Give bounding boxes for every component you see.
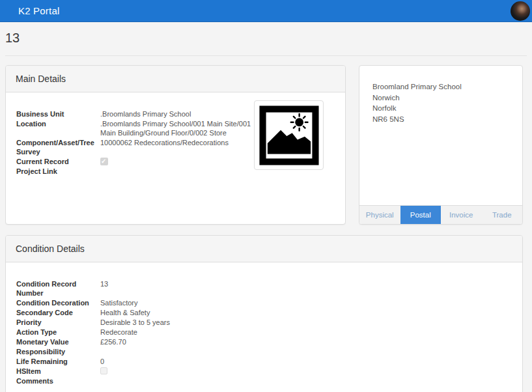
field-value: Health & Safety bbox=[100, 308, 150, 317]
user-avatar[interactable] bbox=[511, 1, 530, 21]
check-icon: ✓ bbox=[101, 157, 106, 166]
address-tabbar: Physical Postal Invoice Trade bbox=[359, 205, 522, 224]
field-label: Current Record bbox=[16, 157, 91, 166]
field-value: .Broomlands Primary School/001 Main Site… bbox=[100, 119, 253, 137]
field-label: Component/Asset/Tree Survey bbox=[16, 138, 91, 156]
navbar: K2 Portal bbox=[0, 0, 532, 22]
address-card: Broomland Primary School Norwich Norfolk… bbox=[359, 65, 523, 225]
field-label: Location bbox=[16, 119, 91, 137]
title-divider bbox=[5, 55, 527, 56]
field-label: Monetary Value bbox=[16, 337, 91, 346]
image-placeholder-icon bbox=[259, 105, 319, 165]
address-line-city: Norwich bbox=[372, 92, 509, 104]
field-row-responsibility: Responsibility bbox=[16, 347, 512, 356]
field-label: Business Unit bbox=[16, 109, 91, 119]
current-record-checkbox[interactable]: ✓ bbox=[100, 158, 108, 165]
content: Main Details Business Unit .Broomlands P… bbox=[0, 65, 532, 392]
tab-postal[interactable]: Postal bbox=[400, 206, 441, 224]
field-label: Secondary Code bbox=[16, 308, 91, 317]
field-value: £256.70 bbox=[100, 337, 126, 346]
condition-details-header: Condition Details bbox=[6, 236, 522, 262]
field-row-condition-decoration: Condition Decoration Satisfactory bbox=[16, 298, 512, 307]
main-details-body: Business Unit .Broomlands Primary School… bbox=[6, 92, 345, 225]
field-row-comments: Comments bbox=[16, 376, 512, 385]
field-label: Priority bbox=[16, 318, 91, 327]
record-image[interactable] bbox=[254, 100, 324, 170]
field-label: Condition Decoration bbox=[16, 298, 91, 307]
address-line-county: Norfolk bbox=[372, 103, 509, 114]
field-row-monetary-value: Monetary Value £256.70 bbox=[16, 337, 512, 346]
hsitem-checkbox[interactable] bbox=[100, 367, 107, 374]
field-row-condition-record-number: Condition Record Number 13 bbox=[16, 279, 512, 298]
field-value: Desirable 3 to 5 years bbox=[100, 318, 170, 327]
address-line-name: Broomland Primary School bbox=[372, 81, 509, 92]
tab-trade[interactable]: Trade bbox=[482, 206, 523, 224]
address-block: Broomland Primary School Norwich Norfolk… bbox=[359, 66, 522, 124]
tab-invoice[interactable]: Invoice bbox=[441, 206, 482, 224]
main-details-header: Main Details bbox=[6, 66, 345, 92]
field-label: Life Remaining bbox=[16, 357, 91, 366]
field-row-life-remaining: Life Remaining 0 bbox=[16, 357, 512, 366]
address-line-postcode: NR6 5NS bbox=[372, 114, 509, 125]
field-label: Condition Record Number bbox=[16, 279, 91, 298]
field-label: Action Type bbox=[16, 328, 91, 337]
field-value: Satisfactory bbox=[100, 298, 137, 307]
field-label: HSItem bbox=[16, 367, 91, 376]
field-value: 0 bbox=[100, 357, 104, 366]
field-value: Redecorate bbox=[100, 328, 137, 337]
field-value: 10000062 Redecorations/Redecorations bbox=[100, 138, 229, 156]
field-row-priority: Priority Desirable 3 to 5 years bbox=[16, 318, 512, 327]
app-title[interactable]: K2 Portal bbox=[0, 5, 60, 16]
field-value: .Broomlands Primary School bbox=[100, 109, 191, 119]
field-label: Responsibility bbox=[16, 347, 91, 356]
tab-physical[interactable]: Physical bbox=[359, 206, 400, 224]
condition-details-card: Condition Details Condition Record Numbe… bbox=[5, 235, 523, 392]
condition-details-body: Condition Record Number 13 Condition Dec… bbox=[6, 262, 522, 385]
page-head: 13 bbox=[0, 22, 532, 56]
field-row-secondary-code: Secondary Code Health & Safety bbox=[16, 308, 512, 317]
page-title: 13 bbox=[5, 31, 527, 46]
field-label: Project Link bbox=[16, 167, 91, 176]
main-details-card: Main Details Business Unit .Broomlands P… bbox=[5, 65, 346, 225]
field-row-hsitem: HSItem bbox=[16, 367, 512, 376]
field-row-action-type: Action Type Redecorate bbox=[16, 328, 512, 337]
field-label: Comments bbox=[16, 376, 91, 385]
field-value: 13 bbox=[100, 279, 108, 298]
